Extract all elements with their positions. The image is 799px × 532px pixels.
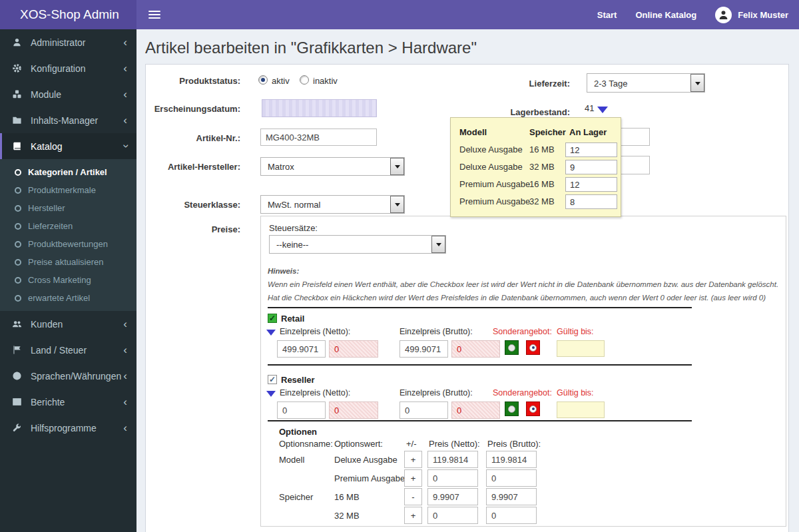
artikel-hersteller-label: Artikel-Hersteller: [146, 162, 240, 172]
preise-box: Steuersätze: --keine-- Hinweis: Wenn ein… [260, 216, 786, 527]
option-brutto-input[interactable] [486, 488, 537, 505]
plusminus-input[interactable] [404, 451, 422, 468]
sidebar-item-produktbewertungen[interactable]: Produktbewertungen [0, 235, 136, 253]
option-brutto-input[interactable] [486, 507, 537, 524]
chevron-left-icon: ‹ [123, 115, 127, 126]
option-netto-input[interactable] [427, 451, 478, 468]
nav-online-katalog-link[interactable]: Online Katalog [635, 10, 696, 20]
brutto-alt-input[interactable] [451, 401, 500, 419]
aktiv-radio[interactable] [258, 75, 268, 85]
an-lager-input[interactable] [565, 160, 617, 174]
inaktiv-radio[interactable] [300, 75, 309, 85]
sidebar-item-hersteller[interactable]: Hersteller [0, 199, 136, 217]
netto-alt-input[interactable] [329, 401, 378, 419]
caret-down-icon[interactable] [390, 196, 404, 213]
option-netto-input[interactable] [427, 488, 478, 505]
gueltig-bis-input[interactable] [557, 401, 605, 418]
sidebar-item-cross-marketing[interactable]: Cross Marketing [0, 271, 136, 289]
sidebar-item-hilfsprogramme[interactable]: Hilfsprogramme ‹ [0, 415, 136, 441]
artikel-nr-label: Artikel-Nr.: [146, 133, 240, 143]
sonderangebot-off-button[interactable] [526, 401, 540, 416]
folder-icon [12, 115, 24, 126]
retail-checkbox[interactable] [268, 314, 277, 323]
chevron-down-icon: ‹ [120, 144, 131, 148]
popup-cell-modell: Premium Ausgabe [459, 196, 530, 206]
erscheinungsdatum-input[interactable] [262, 99, 377, 117]
netto-label: Einzelpreis (Netto): [280, 388, 350, 398]
language-icon [12, 371, 24, 382]
price-toggle-caret-icon[interactable] [266, 391, 276, 397]
sonderangebot-label: Sonderangebot: [493, 327, 552, 336]
an-lager-input[interactable] [565, 142, 617, 157]
option-brutto-input[interactable] [486, 451, 537, 468]
popup-cell-modell: Deluxe Ausgabe [459, 162, 523, 172]
lagerbestand-value: 41 [585, 103, 594, 113]
sidebar-item-katalog[interactable]: Katalog ‹ [0, 133, 136, 159]
lagerbestand-label: Lagerbestand: [475, 107, 570, 117]
artikel-nr-input[interactable] [260, 129, 377, 146]
stock-toggle-caret-icon[interactable] [597, 107, 608, 113]
sidebar-item-erwartete-artikel[interactable]: erwartete Artikel [0, 289, 136, 307]
sidebar-item-berichte[interactable]: Berichte ‹ [0, 389, 136, 415]
caret-down-icon[interactable] [390, 158, 404, 175]
circle-icon [15, 169, 21, 176]
brand-logo[interactable]: XOS-Shop Admin [0, 0, 136, 29]
an-lager-input[interactable] [565, 194, 617, 209]
aktiv-option-label[interactable]: aktiv [272, 76, 290, 86]
user-name: Felix Muster [738, 10, 788, 20]
brutto-alt-input[interactable] [451, 340, 500, 358]
artikel-hersteller-select[interactable]: Matrox [260, 157, 405, 176]
circle-icon [15, 259, 21, 266]
sidebar-item-kategorien-artikel[interactable]: Kategorien / Artikel [0, 163, 136, 181]
sidebar-item-administrator[interactable]: Administrator ‹ [0, 29, 136, 55]
option-brutto-input[interactable] [486, 469, 537, 487]
plusminus-input[interactable] [404, 488, 422, 505]
option-netto-input[interactable] [427, 507, 478, 524]
netto-input[interactable] [277, 340, 326, 358]
price-toggle-caret-icon[interactable] [266, 330, 276, 336]
popup-cell-speicher: 16 MB [529, 144, 555, 154]
sidebar-item-module[interactable]: Module ‹ [0, 81, 136, 107]
nav-start-link[interactable]: Start [597, 10, 617, 20]
produktstatus-label: Produktstatus: [146, 76, 240, 86]
option-wert: 32 MB [334, 511, 360, 521]
inaktiv-option-label[interactable]: inaktiv [313, 76, 338, 86]
gueltig-bis-label: Gültig bis: [557, 388, 594, 398]
brutto-label: Einzelpreis (Brutto): [400, 388, 473, 398]
hinweis-title: Hinweis: [268, 267, 299, 275]
steuersaetze-select[interactable]: --keine-- [269, 235, 446, 254]
an-lager-input[interactable] [565, 177, 617, 192]
reseller-checkbox[interactable] [268, 375, 277, 384]
gueltig-bis-input[interactable] [557, 340, 605, 357]
optionswert-header: Optionswert: [334, 439, 383, 449]
sidebar-item-sprachen-waehrungen[interactable]: Sprachen/Währungen ‹ [0, 363, 136, 389]
gueltig-bis-label: Gültig bis: [557, 327, 594, 336]
popup-cell-speicher: 32 MB [529, 162, 555, 172]
brutto-input[interactable] [400, 340, 448, 358]
circle-icon [15, 277, 21, 284]
sidebar-item-lieferzeiten[interactable]: Lieferzeiten [0, 217, 136, 235]
steuerklasse-select[interactable]: MwSt. normal [260, 195, 405, 214]
netto-input[interactable] [277, 401, 326, 419]
sidebar-item-land-steuer[interactable]: Land / Steuer ‹ [0, 337, 136, 363]
sidebar-item-produktmerkmale[interactable]: Produktmerkmale [0, 181, 136, 199]
sonderangebot-on-button[interactable] [505, 401, 519, 416]
plusminus-input[interactable] [404, 469, 422, 487]
sonderangebot-on-button[interactable] [505, 340, 519, 355]
sonderangebot-off-button[interactable] [526, 340, 540, 355]
caret-down-icon[interactable] [690, 74, 704, 92]
user-menu[interactable]: Felix Muster [715, 7, 788, 23]
sidebar-item-preise-aktualisieren[interactable]: Preise aktualisieren [0, 253, 136, 271]
sidebar-item-kunden[interactable]: Kunden ‹ [0, 311, 136, 337]
netto-alt-input[interactable] [329, 340, 378, 358]
option-netto-input[interactable] [427, 469, 478, 487]
lieferzeit-select[interactable]: 2-3 Tage [587, 73, 705, 93]
plusminus-input[interactable] [404, 507, 422, 524]
circle-icon [15, 241, 21, 248]
brutto-input[interactable] [400, 401, 448, 419]
popup-cell-modell: Deluxe Ausgabe [459, 144, 523, 154]
sidebar-item-inhalts-manager[interactable]: Inhalts-Manager ‹ [0, 107, 136, 133]
caret-down-icon[interactable] [431, 236, 445, 253]
sidebar-item-konfiguration[interactable]: Konfiguration ‹ [0, 55, 136, 81]
hamburger-icon[interactable] [148, 9, 160, 21]
